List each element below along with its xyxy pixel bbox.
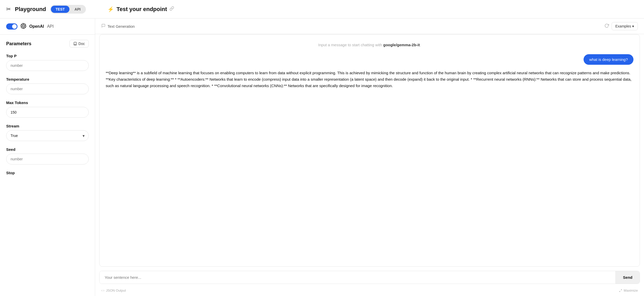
sidebar-api-row: OpenAI API: [0, 18, 95, 35]
endpoint-title: Test your endpoint: [117, 6, 167, 13]
param-input-top-p[interactable]: [6, 60, 89, 71]
param-group-temperature: Temperature: [0, 74, 95, 97]
openai-toggle[interactable]: [6, 23, 17, 30]
send-button[interactable]: Send: [615, 271, 640, 284]
text-gen-icon: [101, 24, 105, 29]
chat-input[interactable]: [100, 271, 615, 284]
svg-line-0: [621, 289, 622, 290]
param-select-stream[interactable]: True False: [6, 130, 89, 141]
header-left: ✂ Playground TEST API: [6, 5, 101, 14]
params-title: Parameters: [6, 41, 31, 47]
refresh-icon[interactable]: [604, 23, 609, 29]
tab-test[interactable]: TEST: [51, 6, 69, 13]
param-group-top-p: Top P: [0, 51, 95, 74]
tab-api[interactable]: API: [70, 6, 85, 13]
param-group-max-tokens: Max Tokens: [0, 97, 95, 121]
user-message-bubble: what is deep learning?: [584, 54, 633, 65]
param-input-max-tokens[interactable]: [6, 107, 89, 118]
maximize-label: Maximize: [624, 289, 638, 292]
scissors-icon: ✂: [6, 6, 11, 13]
chat-placeholder: Input a message to start chatting with g…: [106, 41, 633, 49]
page-title: Playground: [15, 6, 46, 13]
top-header: ✂ Playground TEST API ⚡ Test your endpoi…: [0, 0, 644, 18]
chat-placeholder-model: google/gemma-2b-it: [383, 43, 420, 47]
header-right: ⚡ Test your endpoint: [101, 6, 174, 13]
param-select-stream-wrap: True False ▾: [6, 130, 89, 141]
maximize-button[interactable]: Maximize: [619, 289, 638, 292]
examples-chevron-icon: ▾: [632, 24, 634, 28]
param-label-stop: Stop: [6, 171, 89, 175]
svg-line-1: [620, 291, 621, 292]
api-sub-label: API: [47, 24, 54, 29]
ai-response: **Deep learning** is a subfield of machi…: [106, 70, 633, 89]
tg-left: Text Generation: [101, 24, 135, 29]
param-group-stream: Stream True False ▾: [0, 121, 95, 144]
param-group-seed: Seed: [0, 144, 95, 168]
text-gen-label: Text Generation: [108, 24, 135, 29]
chat-placeholder-text: Input a message to start chatting with: [318, 43, 383, 47]
chat-area[interactable]: Input a message to start chatting with g…: [99, 34, 640, 267]
params-header: Parameters Doc: [0, 35, 95, 51]
examples-button[interactable]: Examples ▾: [612, 22, 638, 30]
json-output-text: JSON Output: [106, 289, 126, 292]
openai-label: OpenAI: [29, 24, 44, 29]
param-group-stop: Stop: [0, 168, 95, 180]
openai-icon: [21, 23, 26, 30]
param-label-stream: Stream: [6, 124, 89, 128]
param-input-temperature[interactable]: [6, 84, 89, 94]
link-icon[interactable]: [169, 6, 174, 12]
param-label-temperature: Temperature: [6, 77, 89, 81]
param-label-max-tokens: Max Tokens: [6, 100, 89, 105]
param-label-top-p: Top P: [6, 54, 89, 58]
examples-label: Examples: [615, 24, 631, 28]
chat-input-row: Send: [99, 271, 640, 284]
lightning-icon: ⚡: [108, 6, 114, 12]
doc-btn-label: Doc: [78, 42, 85, 46]
sidebar: OpenAI API Parameters Doc Top P Temperat…: [0, 18, 95, 296]
doc-button[interactable]: Doc: [69, 40, 89, 48]
text-generation-bar: Text Generation Examples ▾: [95, 18, 644, 34]
json-output-label: JSON Output: [101, 289, 126, 292]
tg-right: Examples ▾: [604, 22, 638, 30]
main-layout: OpenAI API Parameters Doc Top P Temperat…: [0, 18, 644, 296]
param-input-seed[interactable]: [6, 154, 89, 164]
main-content: Text Generation Examples ▾ Input a messa…: [95, 18, 644, 296]
param-label-seed: Seed: [6, 147, 89, 152]
tab-group: TEST API: [50, 5, 86, 14]
bottom-bar: JSON Output Maximize: [95, 286, 644, 296]
